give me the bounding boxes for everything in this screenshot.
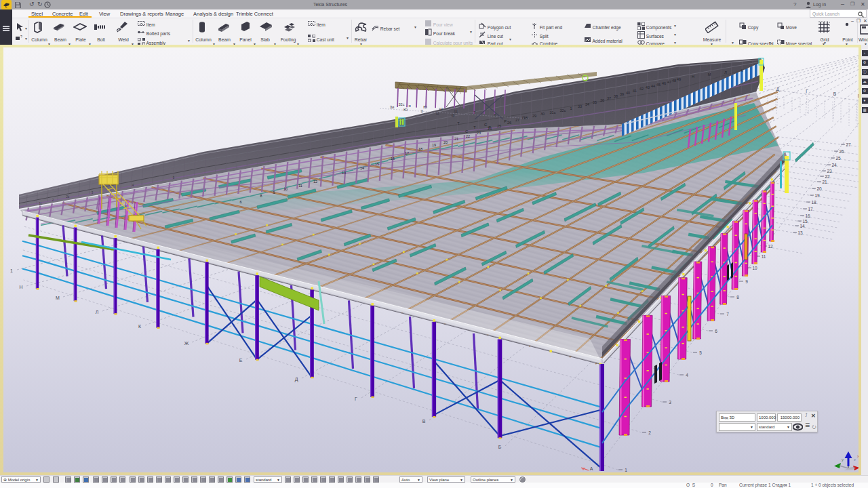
svg-text:49: 49 — [677, 77, 681, 81]
svg-text:13: 13 — [797, 230, 803, 235]
svg-text:1: 1 — [570, 106, 572, 110]
svg-text:ф: ф — [452, 113, 455, 117]
svg-text:25: 25 — [497, 124, 501, 128]
svg-text:43: 43 — [646, 85, 650, 89]
svg-text:Г: Г — [806, 89, 808, 94]
svg-text:27: 27 — [846, 142, 851, 147]
svg-text:27: 27 — [515, 118, 519, 122]
svg-text:14: 14 — [800, 224, 805, 228]
svg-text:?: ? — [20, 35, 22, 39]
svg-text:Г: Г — [355, 396, 357, 401]
svg-text:38: 38 — [614, 94, 618, 98]
svg-text:42: 42 — [639, 87, 644, 91]
svg-text:34: 34 — [585, 102, 589, 106]
svg-text:15: 15 — [375, 162, 379, 166]
svg-text:Ю: Ю — [423, 105, 427, 109]
svg-text:15: 15 — [802, 219, 808, 224]
svg-text:23: 23 — [477, 131, 481, 135]
svg-text:39: 39 — [620, 92, 624, 96]
svg-text:48: 48 — [672, 79, 676, 83]
svg-text:В: В — [833, 92, 836, 96]
svg-text:23: 23 — [827, 169, 832, 174]
svg-text:Ш: Ш — [439, 107, 443, 111]
svg-text:я: я — [408, 104, 410, 108]
svg-text:29: 29 — [532, 114, 536, 118]
svg-text:3: 3 — [669, 400, 671, 405]
svg-text:26: 26 — [507, 121, 511, 125]
svg-text:Д: Д — [776, 87, 780, 92]
svg-text:44: 44 — [651, 84, 655, 88]
svg-text:22: 22 — [466, 134, 470, 138]
svg-text:46: 46 — [662, 81, 666, 85]
svg-text:17: 17 — [405, 151, 409, 155]
svg-text:y: y — [842, 458, 844, 462]
svg-text:4: 4 — [686, 373, 688, 378]
svg-text:40: 40 — [626, 91, 630, 95]
svg-text:45: 45 — [656, 83, 660, 87]
svg-text:А: А — [590, 466, 593, 471]
svg-text:19: 19 — [814, 193, 820, 198]
svg-text:21: 21 — [454, 137, 458, 141]
svg-text:Е: Е — [239, 358, 243, 363]
svg-text:Л: Л — [724, 70, 727, 75]
svg-text:22: 22 — [825, 174, 830, 179]
svg-text:9: 9 — [745, 279, 748, 284]
svg-text:20: 20 — [816, 186, 822, 191]
svg-text:Ж: Ж — [184, 341, 189, 346]
svg-text:1: 1 — [10, 268, 13, 273]
svg-text:10: 10 — [752, 266, 757, 270]
svg-text:16: 16 — [391, 157, 395, 161]
svg-text:19: 19 — [432, 143, 436, 147]
svg-text:47: 47 — [667, 80, 671, 84]
svg-text:17: 17 — [808, 207, 813, 211]
svg-text:26: 26 — [839, 149, 844, 154]
svg-text:18: 18 — [811, 200, 816, 205]
svg-text:В: В — [422, 419, 426, 424]
svg-text:20: 20 — [443, 140, 448, 144]
svg-text:41: 41 — [633, 89, 637, 93]
svg-text:М: М — [56, 296, 60, 300]
svg-text:С: С — [484, 123, 487, 127]
svg-text:2c: 2c — [66, 195, 71, 199]
svg-text:1c: 1c — [39, 202, 43, 205]
svg-text:37: 37 — [607, 96, 611, 100]
svg-text:Л: Л — [96, 310, 99, 314]
svg-text:Т: Т — [494, 113, 496, 117]
svg-text:С: С — [465, 129, 468, 134]
svg-text:9: 9 — [273, 190, 275, 195]
svg-text:24: 24 — [831, 163, 837, 167]
svg-text:18: 18 — [418, 147, 422, 151]
svg-text:Ю: Ю — [403, 108, 408, 112]
svg-text:Н: Н — [692, 75, 694, 79]
svg-text:Н: Н — [19, 285, 22, 289]
svg-text:5: 5 — [699, 350, 702, 355]
svg-text:П: П — [522, 116, 525, 120]
svg-text:14: 14 — [360, 166, 364, 170]
svg-text:32c: 32c — [399, 102, 405, 106]
svg-text:13: 13 — [342, 171, 346, 175]
svg-text:32с: 32с — [560, 108, 566, 113]
svg-text:8: 8 — [260, 194, 262, 198]
svg-text:11: 11 — [298, 184, 302, 188]
svg-text:21: 21 — [822, 180, 827, 184]
svg-text:36: 36 — [600, 98, 604, 102]
svg-text:7: 7 — [726, 312, 729, 317]
svg-text:Ш: Ш — [436, 111, 439, 115]
svg-text:10: 10 — [283, 187, 288, 191]
svg-text:16: 16 — [805, 214, 810, 218]
svg-text:Б: Б — [858, 94, 859, 98]
svg-text:z: z — [854, 458, 856, 462]
svg-text:12: 12 — [768, 244, 773, 249]
svg-text:8: 8 — [736, 295, 739, 300]
svg-text:6: 6 — [239, 200, 241, 204]
svg-text:2: 2 — [648, 430, 651, 435]
svg-text:Б: Б — [498, 445, 502, 449]
svg-text:x: x — [857, 454, 859, 458]
svg-text:М: М — [708, 73, 711, 77]
svg-text:33: 33 — [578, 104, 582, 108]
svg-text:Р: Р — [504, 119, 507, 123]
svg-text:11: 11 — [762, 254, 766, 259]
svg-text:30: 30 — [540, 112, 545, 116]
svg-text:25: 25 — [835, 156, 841, 161]
svg-text:31с: 31с — [550, 110, 556, 115]
